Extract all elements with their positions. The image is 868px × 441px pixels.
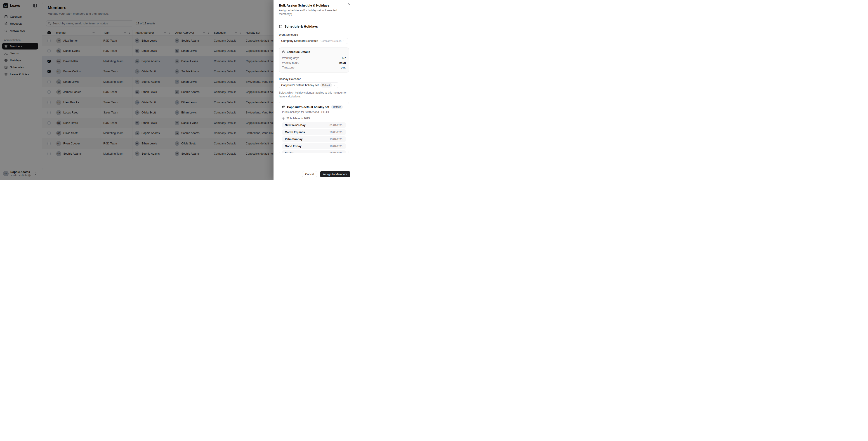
- holiday-calendar-value: Cappsule's default holiday set: [281, 84, 319, 87]
- holiday-name: March Equinox: [285, 131, 305, 134]
- calendar-days-icon: [282, 105, 285, 108]
- holiday-count-text: 21 holidays in 2025: [286, 117, 310, 120]
- work-schedule-hint: (Company Default): [320, 39, 342, 42]
- section-header: Schedule & Holidays: [279, 24, 349, 28]
- holiday-calendar-select[interactable]: Cappsule's default holiday set Default: [279, 82, 338, 88]
- holiday-item-march-equinox: March Equinox20/03/2025: [282, 129, 346, 135]
- holiday-date: 20/03/2025: [330, 131, 343, 134]
- holiday-name: Easter: [285, 152, 293, 153]
- chevron-down-icon: [343, 39, 346, 42]
- holiday-name: New Year's Day: [285, 124, 306, 127]
- holiday-name: Palm Sunday: [285, 138, 303, 141]
- holiday-calendar-label: Holiday Calendar: [279, 77, 349, 81]
- detail-value: 40.0h: [339, 61, 346, 64]
- work-schedule-label: Work Schedule: [279, 33, 349, 36]
- app-root: Lv Leavo CalendarRequestsAllowancesAdmin…: [0, 0, 354, 180]
- default-badge: Default: [331, 105, 343, 109]
- default-badge: Default: [320, 83, 332, 88]
- work-schedule-value: Company Standard Schedule: [281, 39, 318, 42]
- holiday-date: 01/01/2025: [330, 124, 343, 127]
- panel-header: Bulk Assign Schedule & Holidays Assign s…: [274, 0, 354, 19]
- panel-body: Schedule & Holidays Work Schedule Compan…: [274, 19, 354, 153]
- holiday-helper-text: Select which holiday calendar applies to…: [279, 91, 349, 99]
- holiday-set-card: Cappsule's default holiday set Default P…: [279, 102, 349, 153]
- holiday-card-description: Public holidays for Switzerland - CH-GE: [282, 111, 346, 114]
- holiday-card-title: Cappsule's default holiday set: [287, 105, 329, 109]
- chevron-down-icon: [333, 84, 336, 87]
- holiday-item-palm-sunday: Palm Sunday13/04/2025: [282, 136, 346, 142]
- schedule-details-header: Schedule Details: [282, 50, 346, 54]
- detail-label: Working days: [282, 57, 299, 60]
- detail-row-working-days: Working days 5/7: [282, 56, 346, 60]
- holiday-date: 20/04/2025: [330, 152, 343, 153]
- work-schedule-select[interactable]: Company Standard Schedule (Company Defau…: [279, 38, 348, 44]
- detail-label: Timezone: [282, 66, 294, 69]
- assign-to-members-button[interactable]: Assign to Members: [320, 171, 350, 177]
- clock-icon: [282, 51, 285, 53]
- detail-row-timezone: Timezone UTC: [282, 65, 346, 70]
- holiday-name: Good Friday: [285, 145, 302, 148]
- panel-footer: Cancel Assign to Members: [274, 168, 354, 180]
- detail-value: UTC: [341, 66, 346, 69]
- holiday-item-good-friday: Good Friday18/04/2025: [282, 143, 346, 149]
- panel-title: Bulk Assign Schedule & Holidays: [279, 4, 345, 7]
- holiday-item-easter: Easter20/04/2025: [282, 150, 346, 153]
- calendar-icon: [279, 25, 283, 28]
- detail-label: Weekly hours: [282, 61, 299, 64]
- section-title: Schedule & Holidays: [284, 24, 318, 28]
- holiday-date: 13/04/2025: [330, 138, 343, 141]
- modal-overlay[interactable]: [0, 0, 274, 180]
- close-icon[interactable]: [348, 2, 351, 6]
- detail-row-weekly-hours: Weekly hours 40.0h: [282, 60, 346, 65]
- detail-value: 5/7: [342, 57, 346, 60]
- schedule-details-title: Schedule Details: [287, 50, 310, 54]
- holiday-list: New Year's Day01/01/2025March Equinox20/…: [282, 122, 346, 153]
- holiday-card-header: Cappsule's default holiday set Default: [282, 105, 346, 109]
- holiday-item-new-year-s-day: New Year's Day01/01/2025: [282, 122, 346, 128]
- panel-subtitle: Assign schedule and/or holiday set to 2 …: [279, 8, 345, 16]
- holiday-count-row: 21 holidays in 2025: [282, 117, 346, 120]
- schedule-details-card: Schedule Details Working days 5/7 Weekly…: [279, 48, 349, 72]
- bulk-assign-panel: Bulk Assign Schedule & Holidays Assign s…: [274, 0, 354, 180]
- holiday-date: 18/04/2025: [330, 145, 343, 148]
- cancel-button[interactable]: Cancel: [302, 171, 317, 177]
- map-pin-icon: [282, 117, 285, 120]
